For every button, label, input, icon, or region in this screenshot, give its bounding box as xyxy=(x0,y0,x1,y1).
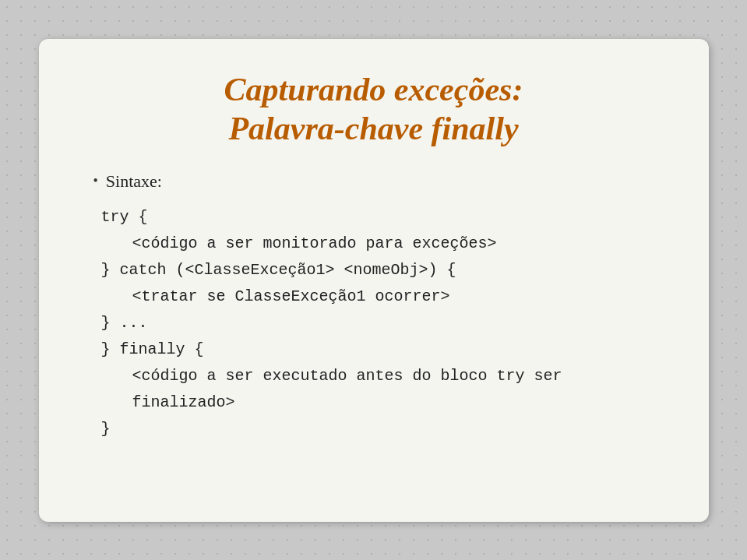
code-line-4: <tratar se ClasseExceção1 ocorrer> xyxy=(101,284,662,310)
code-line-1: try { xyxy=(101,204,662,231)
slide: Capturando exceções: Palavra-chave final… xyxy=(39,39,709,522)
title-line2: Palavra-chave finally xyxy=(228,111,518,146)
code-block: try { <código a ser monitorado para exce… xyxy=(93,204,662,442)
bullet-item-sintaxe: • Sintaxe: xyxy=(93,171,662,192)
title-heading: Capturando exceções: Palavra-chave final… xyxy=(86,70,662,149)
code-line-3: } catch (<ClasseExceção1> <nomeObj>) { xyxy=(101,257,662,284)
code-line-2: <código a ser monitorado para exceções> xyxy=(101,231,662,257)
code-line-6: } finally { xyxy=(101,336,662,363)
slide-content: • Sintaxe: try { <código a ser monitorad… xyxy=(86,171,662,482)
slide-title: Capturando exceções: Palavra-chave final… xyxy=(86,70,662,149)
title-line1: Capturando exceções: xyxy=(224,72,523,107)
code-line-9: } xyxy=(101,416,662,442)
code-line-7: <código a ser executado antes do bloco t… xyxy=(101,363,662,389)
bullet-dot: • xyxy=(93,173,98,189)
code-line-5: } ... xyxy=(101,310,662,336)
bullet-text-sintaxe: Sintaxe: xyxy=(106,171,162,192)
code-line-8: finalizado> xyxy=(101,389,662,416)
